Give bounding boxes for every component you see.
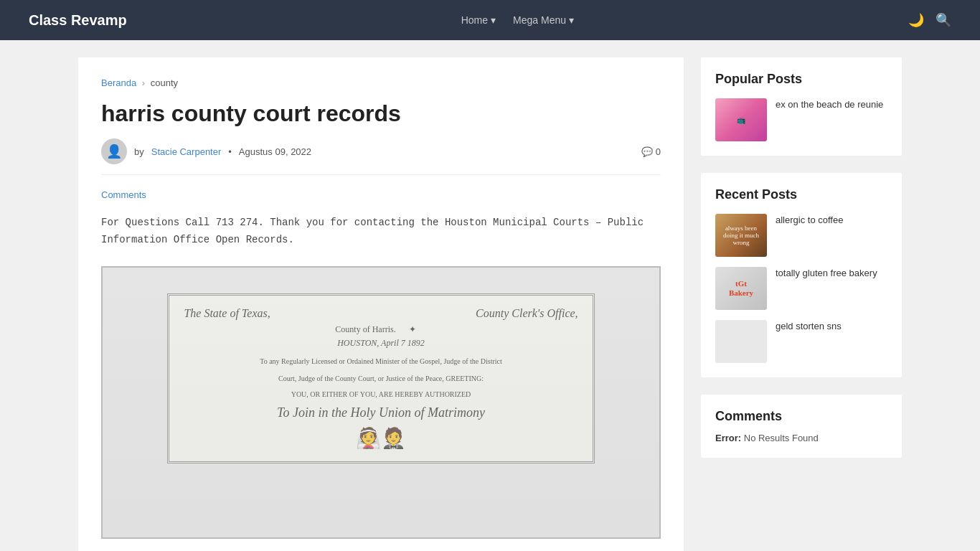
- nav-home[interactable]: Home ▾: [461, 14, 496, 26]
- main-content: Beranda › county harris county court rec…: [78, 57, 684, 551]
- comments-link[interactable]: Comments: [101, 189, 661, 200]
- list-item: tGtBakery totally gluten free bakery: [715, 267, 887, 310]
- recent-posts-title: Recent Posts: [715, 187, 887, 202]
- breadcrumb: Beranda › county: [101, 77, 661, 88]
- main-nav: Home ▾ Mega Menu ▾: [461, 14, 574, 26]
- moon-icon[interactable]: 🌙: [908, 12, 924, 28]
- list-item: 📺 ex on the beach de reunie: [715, 98, 887, 141]
- comment-icon: 💬: [641, 146, 653, 157]
- post-thumbnail-geld: [715, 320, 767, 363]
- popular-posts-title: Popular Posts: [715, 72, 887, 87]
- post-title[interactable]: geld storten sns: [776, 320, 842, 333]
- author-separator: •: [228, 146, 232, 157]
- sidebar-comments-title: Comments: [715, 409, 887, 424]
- post-thumbnail-coffee: always been doing it much wrong: [715, 214, 767, 257]
- breadcrumb-home[interactable]: Beranda: [101, 77, 136, 88]
- breadcrumb-current: county: [151, 77, 178, 88]
- author-name[interactable]: Stacie Carpenter: [151, 146, 222, 157]
- article-title: harris county court records: [101, 100, 661, 127]
- author-line: 👤 by Stacie Carpenter • Agustus 09, 2022…: [101, 138, 661, 175]
- popular-posts-section: Popular Posts 📺 ex on the beach de reuni…: [701, 57, 902, 156]
- comments-count: 💬 0: [641, 146, 661, 157]
- comment-number: 0: [656, 146, 661, 157]
- by-label: by: [134, 146, 144, 157]
- chevron-down-icon: ▾: [569, 14, 574, 26]
- sidebar: Popular Posts 📺 ex on the beach de reuni…: [701, 57, 902, 551]
- post-title[interactable]: allergic to coffee: [776, 214, 843, 227]
- search-icon[interactable]: 🔍: [936, 12, 951, 28]
- nav-mega-menu[interactable]: Mega Menu ▾: [513, 14, 574, 26]
- site-logo[interactable]: Class Revamp: [29, 12, 127, 29]
- article-body: For Questions Call 713 274. Thank you fo…: [101, 215, 661, 249]
- post-thumbnail-bakery: tGtBakery: [715, 267, 767, 310]
- error-message: Error: No Results Found: [715, 433, 887, 443]
- post-title[interactable]: totally gluten free bakery: [776, 267, 877, 280]
- list-item: always been doing it much wrong allergic…: [715, 214, 887, 257]
- header-icons: 🌙 🔍: [908, 12, 951, 28]
- recent-posts-section: Recent Posts always been doing it much w…: [701, 173, 902, 377]
- site-header: Class Revamp Home ▾ Mega Menu ▾ 🌙 🔍: [0, 0, 980, 40]
- breadcrumb-separator: ›: [142, 77, 145, 88]
- document-image: The State of Texas, County Clerk's Offic…: [101, 266, 661, 539]
- sidebar-comments-section: Comments Error: No Results Found: [701, 395, 902, 458]
- page-container: Beranda › county harris county court rec…: [67, 40, 913, 551]
- publish-date: Agustus 09, 2022: [239, 146, 311, 157]
- error-text: No Results Found: [744, 433, 819, 443]
- post-title[interactable]: ex on the beach de reunie: [776, 98, 883, 111]
- chevron-down-icon: ▾: [491, 14, 496, 26]
- error-label: Error:: [715, 433, 741, 443]
- avatar: 👤: [101, 138, 127, 164]
- list-item: geld storten sns: [715, 320, 887, 363]
- post-thumbnail: 📺: [715, 98, 767, 141]
